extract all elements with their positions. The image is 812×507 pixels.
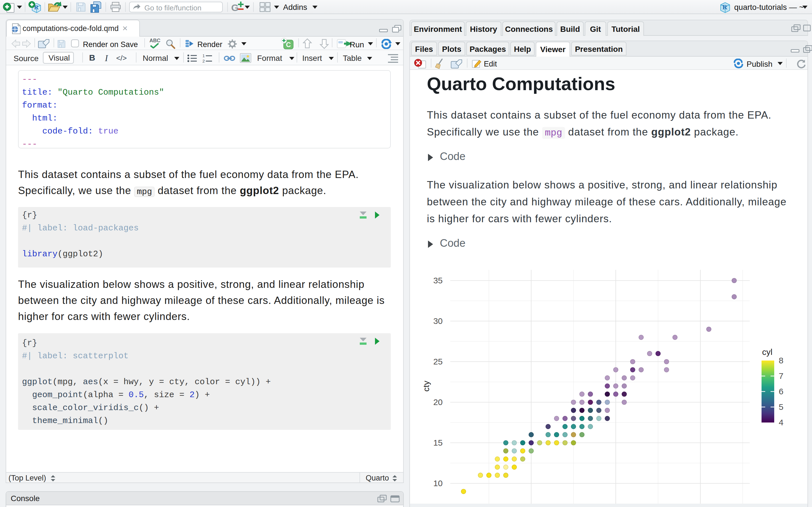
svg-text:2: 2 xyxy=(202,59,205,63)
svg-text:8: 8 xyxy=(779,356,783,365)
svg-text:cyl: cyl xyxy=(762,347,772,356)
svg-text:C: C xyxy=(286,41,291,48)
svg-text:7: 7 xyxy=(779,371,783,381)
svg-text:15: 15 xyxy=(434,438,443,447)
svg-text:5: 5 xyxy=(779,402,783,411)
svg-text:1: 1 xyxy=(202,54,205,58)
svg-text:35: 35 xyxy=(434,276,443,285)
svg-text:25: 25 xyxy=(434,357,443,366)
svg-text:10: 10 xyxy=(434,478,443,488)
svg-text:4: 4 xyxy=(779,418,783,427)
svg-text:R: R xyxy=(722,3,727,11)
svg-text:20: 20 xyxy=(434,397,443,407)
svg-text:30: 30 xyxy=(434,316,443,326)
svg-text:cty: cty xyxy=(421,381,431,392)
svg-text:6: 6 xyxy=(779,387,783,396)
